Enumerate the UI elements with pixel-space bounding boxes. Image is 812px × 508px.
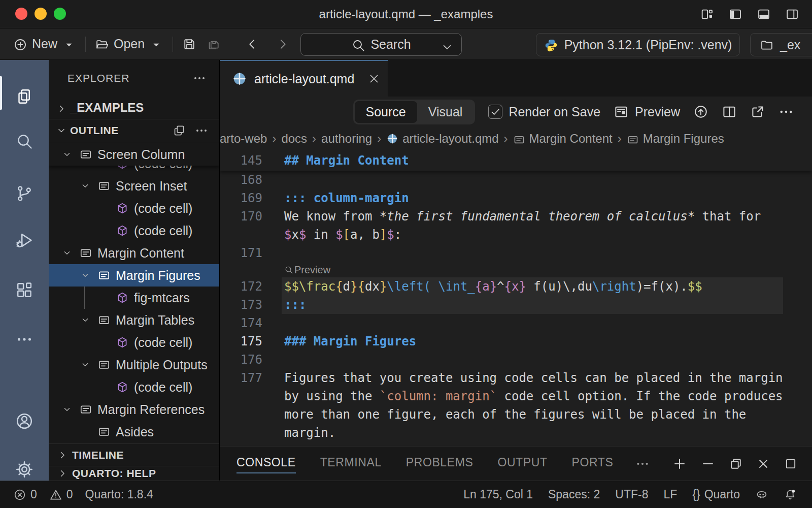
toggle-bottom-panel-icon[interactable] [755,6,772,23]
outline-item-margin-references[interactable]: Margin References [49,398,219,421]
minimize-panel-icon[interactable] [700,456,716,471]
panel-more-tabs-icon[interactable] [635,457,650,471]
search-dropdown-icon[interactable] [440,39,454,54]
explorer-more-icon[interactable] [193,72,206,85]
status-item-spaces-2[interactable]: Spaces: 2 [548,488,600,501]
source-mode-button[interactable]: Source [355,101,417,123]
code-line-wrap[interactable]: margin. [220,424,812,442]
interpreter-selector-button[interactable]: Python 3.12.1 (PipEnv: .venv) [536,33,740,56]
chevron-down-icon[interactable] [80,270,97,280]
open-external-icon[interactable] [750,104,765,119]
breadcrumb-item[interactable]: arto-web [220,132,267,146]
chevron-down-icon[interactable] [80,360,97,370]
breadcrumb-item[interactable]: Margin Figures [627,132,724,146]
codelens-label[interactable]: Preview [294,264,330,276]
code-line-175[interactable]: 175### Margin Figures [220,332,812,351]
source-control-icon[interactable] [0,177,49,210]
outline-item--code-cell-[interactable]: (code cell) [49,197,219,219]
outline-item--code-cell-[interactable]: (code cell) [49,219,219,242]
close-panel-icon[interactable] [756,457,770,471]
outline-item-margin-figures[interactable]: Margin Figures [49,264,219,287]
more-views-icon[interactable] [0,323,49,356]
save-button[interactable] [177,37,201,51]
outline-item--code-cell-[interactable]: (code cell) [49,166,219,175]
toggle-left-panel-icon[interactable] [727,6,744,23]
chevron-down-icon[interactable] [80,315,97,325]
new-console-icon[interactable] [672,456,687,471]
panel-tab-ports[interactable]: PORTS [572,453,614,474]
outline-item-screen-column[interactable]: Screen Column [49,143,219,166]
timeline-header[interactable]: TIMELINE [49,443,219,466]
code-line-168[interactable]: 168 [220,171,812,189]
codelens-preview[interactable]: Preview [220,262,812,277]
outline-item-multiple-outputs[interactable]: Multiple Outputs [49,354,219,376]
code-line-174[interactable]: 174 [220,314,812,332]
code-line-172[interactable]: 172$$\frac{d}{dx}\left( \int_{a}^{x} f(u… [220,277,812,296]
sticky-scroll-line[interactable]: 145## Margin Content [220,150,812,171]
restore-panel-icon[interactable] [729,457,743,471]
outline-item-asides[interactable]: Asides [49,421,219,443]
breadcrumb-item[interactable]: article-layout.qmd [386,132,498,146]
extensions-icon[interactable] [0,274,49,306]
editor-more-actions-icon[interactable] [779,104,794,119]
open-dropdown-icon[interactable] [149,36,163,51]
outline-item-fig-mtcars[interactable]: fig-mtcars [49,287,219,309]
chevron-down-icon[interactable] [62,404,79,415]
panel-tab-terminal[interactable]: TERMINAL [320,453,382,474]
chevron-down-icon[interactable] [80,181,97,191]
search-view-icon[interactable] [0,125,49,157]
code-line-169[interactable]: 169::: column-margin [220,189,812,207]
collapse-all-icon[interactable] [173,124,186,137]
tab-article-layout[interactable]: article-layout.qmd [220,60,388,97]
outline-item-margin-tables[interactable]: Margin Tables [49,309,219,331]
code-line-wrap[interactable]: more than one figure, each of the figure… [220,405,812,424]
status-item-lf[interactable]: LF [663,488,677,501]
breadcrumb-item[interactable]: docs [281,132,307,146]
breadcrumb-item[interactable]: authoring [321,132,372,146]
outline-item-margin-content[interactable]: Margin Content [49,242,219,264]
chevron-down-icon[interactable] [62,149,79,160]
visual-mode-button[interactable]: Visual [417,101,474,123]
panel-tab-output[interactable]: OUTPUT [497,453,547,474]
workspace-folder-item[interactable]: _EXAMPLES [49,97,219,119]
panel-tab-console[interactable]: CONSOLE [236,453,296,474]
navigate-back-button[interactable] [240,37,264,51]
code-line-173[interactable]: 173::: [220,296,812,314]
toggle-right-panel-icon[interactable] [784,6,801,23]
code-line-wrap[interactable]: by using the `column: margin` code cell … [220,387,812,405]
code-line-wrap[interactable]: $x$ in $[a, b]$: [220,226,812,244]
status-item-0[interactable]: 0 [13,488,37,501]
navigate-forward-button[interactable] [270,37,295,51]
outline-more-icon[interactable] [195,124,208,137]
status-item-utf-8[interactable]: UTF-8 [615,488,648,501]
status-item-0[interactable]: 0 [49,488,73,501]
run-debug-icon[interactable] [0,224,49,257]
status-item-ln-175-col-1[interactable]: Ln 175, Col 1 [463,488,533,501]
status-item-copilot[interactable] [755,488,768,501]
status-item-quarto-1-8-4[interactable]: Quarto: 1.8.4 [85,488,153,501]
code-editor[interactable]: 145## Margin Content 168169::: column-ma… [220,150,812,446]
project-button[interactable]: _ex [750,33,812,56]
customize-layout-icon[interactable] [698,6,716,23]
search-input[interactable]: Search [300,33,462,56]
new-button[interactable]: New [8,36,81,51]
open-button[interactable]: Open [90,36,168,51]
panel-tab-problems[interactable]: PROBLEMS [406,453,473,474]
outline-item--code-cell-[interactable]: (code cell) [49,376,219,398]
outline-header[interactable]: OUTLINE [49,119,219,141]
code-line-171[interactable]: 171 [220,244,812,262]
new-dropdown-icon[interactable] [62,36,76,51]
code-line-176[interactable]: 176 [220,351,812,369]
outline-item--code-cell-[interactable]: (code cell) [49,331,219,354]
render-publish-icon[interactable] [693,104,708,119]
quarto-help-header[interactable]: QUARTO: HELP [49,466,219,481]
code-line-177[interactable]: 177Figures that you create using code ce… [220,369,812,387]
breadcrumb-item[interactable]: Margin Content [513,132,613,146]
status-item-bell[interactable] [784,488,797,501]
maximize-panel-icon[interactable] [784,457,798,471]
explorer-view-icon[interactable] [0,80,49,113]
render-on-save-control[interactable]: Render on Save [488,105,600,119]
code-line-170[interactable]: 170We know from *the first fundamental t… [220,207,812,226]
preview-button[interactable]: Preview [614,104,680,119]
save-all-button[interactable] [201,37,226,51]
